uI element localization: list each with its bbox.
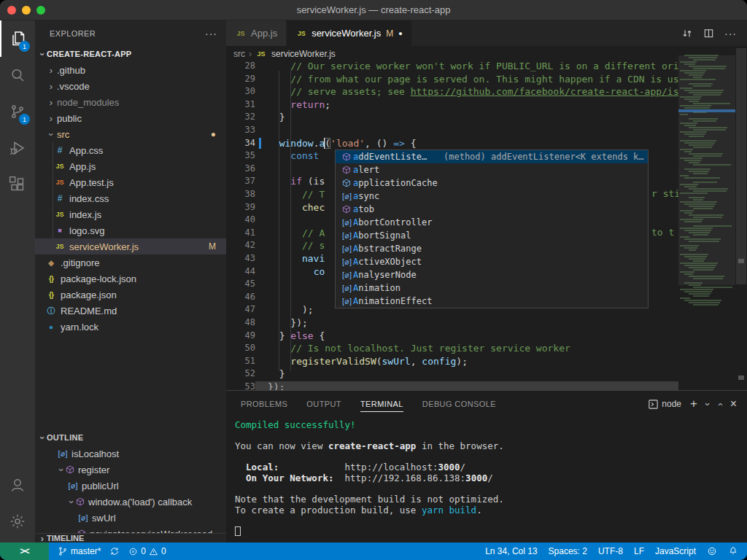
suggest-item-addEventListe…[interactable]: addEventListe…(method) addEventListener<… (336, 150, 648, 163)
minimap[interactable] (678, 48, 735, 391)
file-tree-item-src[interactable]: › src● (35, 126, 226, 142)
notifications-bell-icon[interactable] (728, 546, 738, 556)
code-line-48[interactable]: 48 }); (226, 316, 678, 330)
file-tree-item-yarn.lock[interactable]: ●yarn.lock (35, 319, 226, 335)
outline-item-window.a('load') callback[interactable]: ›window.a('load') callback (35, 494, 226, 510)
chevron-down-icon[interactable]: › (703, 402, 713, 405)
code-line-31[interactable]: 31 return; (226, 98, 678, 112)
tab-label: App.js (251, 28, 277, 39)
minimap-code-line (693, 234, 708, 236)
suggest-item-AbortSignal[interactable]: [∅]AbortSignal (336, 229, 648, 242)
suggest-item-Animation[interactable]: [∅]Animation (336, 281, 648, 295)
activity-search-button[interactable] (0, 57, 35, 93)
indentation-item[interactable]: Spaces: 2 (549, 546, 587, 556)
panel-tab-debug-console[interactable]: DEBUG CONSOLE (422, 397, 496, 411)
activity-accounts-button[interactable] (0, 467, 35, 503)
code-line-50[interactable]: 50 // Is not localhost. Just register se… (226, 342, 678, 355)
more-actions-icon[interactable]: ··· (724, 28, 737, 39)
file-tree-item-.github[interactable]: › .github (35, 62, 226, 78)
suggest-item-async[interactable]: [∅]async (336, 190, 648, 203)
code-editor[interactable]: 28 // Our service worker won't work if P… (226, 62, 747, 390)
file-tree-item-serviceWorker.js[interactable]: JSserviceWorker.jsM (35, 238, 226, 254)
file-tree-item-package-lock.json[interactable]: {}package-lock.json (35, 271, 226, 287)
file-tree-item-README.md[interactable]: ⓘREADME.md (35, 303, 226, 319)
views-and-more-actions-icon[interactable]: ··· (205, 28, 217, 39)
editor-tab-App.js[interactable]: JSApp.js (226, 20, 287, 46)
editor-horizontal-scrollbar[interactable] (255, 381, 678, 390)
minimize-window-button[interactable] (22, 6, 31, 15)
suggest-item-ActiveXObject[interactable]: [∅]ActiveXObject (336, 255, 648, 268)
outline-item-isLocalhost[interactable]: [∅]isLocalhost (35, 446, 226, 462)
suggest-item-AnalyserNode[interactable]: [∅]AnalyserNode (336, 268, 648, 281)
suggest-item-alert[interactable]: alert (336, 163, 648, 176)
suggest-item-AbstractRange[interactable]: [∅]AbstractRange (336, 242, 648, 255)
code-line-29[interactable]: 29 // from what our page is served on. T… (226, 73, 678, 86)
scrollbar-thumb[interactable] (736, 48, 746, 284)
split-editor-icon[interactable] (703, 28, 714, 39)
file-tree-item-package.json[interactable]: {}package.json (35, 287, 226, 303)
breadcrumb[interactable]: src › JS serviceWorker.js (226, 46, 747, 62)
terminal-output[interactable]: Compiled successfully!You can now view c… (226, 417, 747, 542)
outline-item-navigator.serviceWorker.read[interactable]: navigator.serviceWorker.read (35, 526, 226, 533)
eol-item[interactable]: LF (634, 546, 644, 556)
outline-item-register[interactable]: ›register (35, 462, 226, 478)
cursor-position-item[interactable]: Ln 34, Col 13 (485, 546, 537, 556)
outline-item-publicUrl[interactable]: [∅]publicUrl (35, 478, 226, 494)
remote-indicator[interactable]: >< (0, 542, 49, 560)
breadcrumb-file[interactable]: serviceWorker.js (271, 49, 336, 59)
file-tree-item-public[interactable]: › public (35, 110, 226, 126)
suggest-item-applicationCache[interactable]: applicationCache (336, 176, 648, 190)
code-line-51[interactable]: 51 registerValidSW(swUrl, config); (226, 355, 678, 368)
outline-item-swUrl[interactable]: [∅]swUrl (35, 510, 226, 526)
feedback-smiley-icon[interactable] (707, 546, 717, 556)
code-line-33[interactable]: 33 (226, 124, 678, 137)
file-tree-item-.vscode[interactable]: › .vscode (35, 78, 226, 94)
code-line-49[interactable]: 49 } else { (226, 330, 678, 343)
activity-explorer-button[interactable]: 1 (0, 20, 35, 57)
file-tree-item-App.css[interactable]: #App.css (35, 142, 226, 158)
suggest-item-AbortController[interactable]: [∅]AbortController (336, 216, 648, 229)
language-mode-item[interactable]: JavaScript (655, 546, 696, 556)
terminal-shell-select[interactable]: node (648, 399, 681, 410)
code-line-52[interactable]: 52 } (226, 368, 678, 381)
panel-tab-output[interactable]: OUTPUT (306, 397, 341, 411)
breadcrumb-folder[interactable]: src (233, 49, 245, 59)
code-line-28[interactable]: 28 // Our service worker won't work if P… (226, 62, 678, 73)
file-tree-item-App.js[interactable]: JSApp.js (35, 158, 226, 174)
open-changes-icon[interactable] (681, 28, 693, 39)
git-branch-item[interactable]: master* (58, 546, 101, 556)
suggest-item-atob[interactable]: atob (336, 203, 648, 216)
close-window-button[interactable] (7, 6, 16, 15)
problems-item[interactable]: 00 (128, 546, 166, 556)
outline-section-header[interactable]: ›OUTLINE (35, 429, 226, 446)
file-tree-item-logo.svg[interactable]: ■logo.svg (35, 222, 226, 238)
suggest-label: AnalyserNode (353, 270, 417, 280)
dirty-dot-icon[interactable]: ● (398, 30, 402, 37)
encoding-item[interactable]: UTF-8 (598, 546, 623, 556)
new-terminal-button[interactable]: + (690, 397, 697, 411)
code-line-34[interactable]: 34 window.a('load', () => { (226, 137, 678, 150)
code-text: // from what our page is served on. This… (268, 73, 708, 86)
activity-run-debug-button[interactable] (0, 130, 35, 166)
file-tree-item-index.css[interactable]: #index.css (35, 190, 226, 206)
timeline-section-header[interactable]: › TIMELINE (35, 533, 226, 542)
panel-tab-problems[interactable]: PROBLEMS (241, 397, 287, 411)
suggest-item-AnimationEffect[interactable]: [∅]AnimationEffect (336, 295, 648, 308)
file-tree-item-index.js[interactable]: JSindex.js (35, 206, 226, 222)
zoom-window-button[interactable] (36, 6, 45, 15)
maximize-panel-icon[interactable]: › (714, 402, 725, 405)
file-tree-item-.gitignore[interactable]: ◆.gitignore (35, 254, 226, 271)
sync-changes-button[interactable] (109, 546, 120, 556)
activity-source-control-button[interactable]: 1 (0, 93, 35, 130)
editor-tab-serviceWorker.js[interactable]: JSserviceWorker.jsM● (287, 20, 412, 46)
code-line-30[interactable]: 30 // serve assets; see https://github.c… (226, 85, 678, 98)
close-panel-icon[interactable]: × (730, 397, 737, 411)
file-tree-item-App.test.js[interactable]: JSApp.test.js (35, 174, 226, 190)
file-tree-item-node_modules[interactable]: › node_modules (35, 94, 226, 110)
activity-extensions-button[interactable] (0, 166, 35, 203)
code-line-32[interactable]: 32 } (226, 111, 678, 124)
panel-tab-terminal[interactable]: TERMINAL (360, 397, 403, 412)
project-root-folder[interactable]: › CREATE-REACT-APP (35, 46, 226, 62)
activity-settings-button[interactable] (0, 503, 35, 540)
editor-vertical-scrollbar[interactable] (735, 48, 747, 391)
